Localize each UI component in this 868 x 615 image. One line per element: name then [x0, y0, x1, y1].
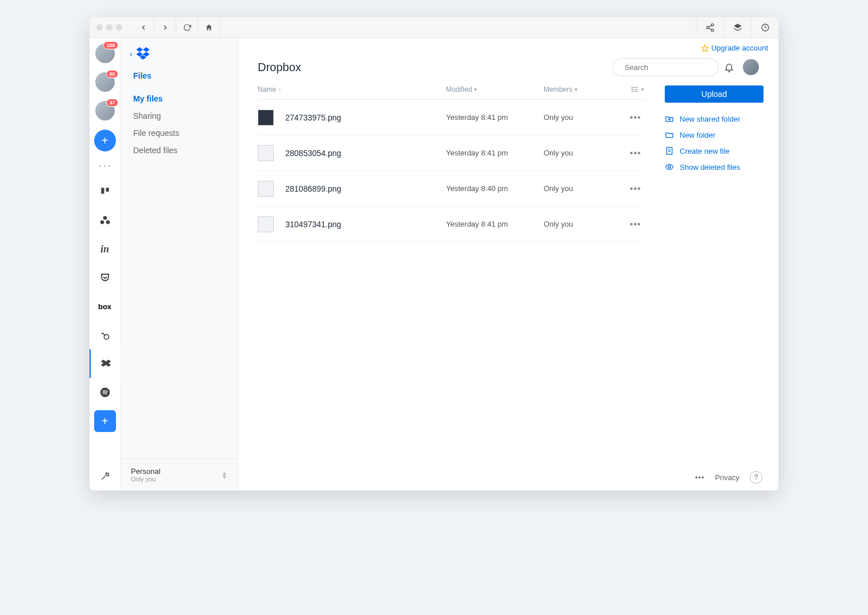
- svg-point-21: [632, 91, 633, 92]
- rail-app-invision[interactable]: in: [90, 235, 121, 263]
- rail-avatar-0[interactable]: 106: [95, 44, 115, 63]
- search-box[interactable]: [613, 58, 719, 76]
- list-view-icon: [631, 85, 639, 94]
- file-modified: Yesterday 8:41 pm: [446, 220, 544, 228]
- svg-point-22: [669, 119, 671, 120]
- sidebar-section-files[interactable]: Files: [121, 65, 238, 84]
- action-show-deleted[interactable]: Show deleted files: [665, 159, 759, 175]
- svg-point-11: [104, 334, 108, 339]
- file-thumbnail: [258, 181, 274, 197]
- svg-line-4: [708, 28, 711, 30]
- rail-app-box[interactable]: box: [90, 292, 121, 321]
- file-more-icon[interactable]: •••: [627, 148, 644, 158]
- footer-more-icon[interactable]: •••: [695, 473, 705, 482]
- rail-app-asana[interactable]: [90, 206, 121, 235]
- titlebar: [90, 17, 778, 38]
- rail-avatar-1[interactable]: 60: [95, 72, 115, 92]
- actions-panel: Upload New shared folder New folder Crea…: [644, 85, 759, 464]
- rail-app-spotify[interactable]: [90, 378, 121, 407]
- sidebar-item-file-requests[interactable]: File requests: [133, 129, 225, 138]
- main: Upgrade account Dropbox Name↑ Modified▾ …: [238, 38, 778, 491]
- sort-up-icon: ↑: [278, 87, 281, 92]
- footer-privacy-link[interactable]: Privacy: [715, 473, 739, 482]
- sidebar-account-switcher[interactable]: Personal Only you ▲▼: [121, 458, 238, 491]
- file-thumbnail: [258, 145, 274, 161]
- star-icon: [701, 44, 709, 52]
- sidebar-back-chevron-icon[interactable]: ‹: [130, 49, 133, 59]
- rail-avatar-2[interactable]: 37: [95, 101, 115, 120]
- badge: 60: [106, 70, 118, 78]
- view-toggle[interactable]: ▾: [631, 85, 644, 94]
- add-app-button[interactable]: +: [94, 410, 116, 432]
- rail-app-dropbox[interactable]: [90, 349, 121, 378]
- svg-rect-6: [101, 188, 104, 194]
- rail-app-pocket[interactable]: [90, 263, 121, 292]
- file-members: Only you: [544, 184, 627, 193]
- file-list: Name↑ Modified▾ Members▾ ▾ 274733975.png…: [258, 85, 644, 464]
- forward-button[interactable]: [154, 17, 176, 38]
- profile-avatar[interactable]: [743, 59, 759, 75]
- svg-point-0: [711, 24, 714, 26]
- badge: 106: [103, 41, 118, 49]
- notifications-bell-icon[interactable]: [719, 62, 739, 72]
- folder-icon: [665, 130, 674, 139]
- col-modified[interactable]: Modified▾: [446, 85, 544, 94]
- file-row[interactable]: 310497341.pngYesterday 8:41 pmOnly you••…: [258, 207, 644, 242]
- file-name: 274733975.png: [285, 113, 446, 122]
- file-row[interactable]: 274733975.pngYesterday 8:41 pmOnly you••…: [258, 100, 644, 135]
- search-input[interactable]: [625, 63, 721, 72]
- file-row[interactable]: 281086899.pngYesterday 8:40 pmOnly you••…: [258, 171, 644, 207]
- sidebar-item-sharing[interactable]: Sharing: [133, 111, 225, 120]
- titlebar-right: [696, 17, 778, 38]
- sidebar-items: My files Sharing File requests Deleted f…: [121, 84, 238, 165]
- svg-point-9: [100, 220, 104, 224]
- back-button[interactable]: [133, 17, 154, 38]
- traffic-minimize[interactable]: [106, 24, 113, 30]
- file-more-icon[interactable]: •••: [627, 112, 644, 123]
- dropbox-logo-icon: [135, 46, 151, 62]
- reload-button[interactable]: [176, 17, 198, 38]
- upgrade-label: Upgrade account: [711, 44, 768, 52]
- col-name[interactable]: Name↑: [258, 85, 446, 94]
- action-new-folder[interactable]: New folder: [665, 127, 759, 143]
- file-more-icon[interactable]: •••: [627, 184, 644, 194]
- add-workspace-button[interactable]: +: [94, 130, 116, 151]
- account-label: Personal: [131, 467, 160, 476]
- rail-pager-dots: [99, 161, 110, 172]
- file-more-icon[interactable]: •••: [627, 219, 644, 229]
- action-create-file[interactable]: Create new file: [665, 143, 759, 159]
- rail-app-trello[interactable]: [90, 177, 121, 206]
- svg-point-19: [632, 87, 633, 88]
- file-icon: [665, 146, 674, 155]
- file-name: 310497341.png: [285, 220, 446, 229]
- svg-rect-7: [106, 188, 108, 192]
- help-button[interactable]: ?: [750, 471, 762, 484]
- file-members: Only you: [544, 113, 627, 122]
- settings-wrench-icon[interactable]: [90, 462, 121, 491]
- svg-point-8: [103, 216, 107, 220]
- sidebar-item-deleted-files[interactable]: Deleted files: [133, 146, 225, 155]
- traffic-close[interactable]: [96, 24, 103, 30]
- account-switcher-updown-icon[interactable]: ▲▼: [222, 471, 227, 479]
- upload-button[interactable]: Upload: [665, 85, 764, 103]
- page-header: Dropbox: [238, 52, 778, 85]
- layers-icon[interactable]: [723, 17, 751, 38]
- share-icon[interactable]: [696, 17, 723, 38]
- rail-app-bonsai[interactable]: [90, 321, 121, 349]
- sidebar-item-my-files[interactable]: My files: [133, 94, 225, 103]
- home-button[interactable]: [198, 17, 220, 38]
- page-title: Dropbox: [258, 61, 613, 74]
- content: Name↑ Modified▾ Members▾ ▾ 274733975.png…: [238, 85, 778, 464]
- svg-point-10: [106, 220, 110, 224]
- file-row[interactable]: 280853054.pngYesterday 8:41 pmOnly you••…: [258, 135, 644, 171]
- action-new-shared-folder[interactable]: New shared folder: [665, 111, 759, 127]
- dropbox-sidebar: ‹ Files My files Sharing File requests D…: [121, 38, 238, 491]
- traffic-zoom[interactable]: [116, 24, 122, 30]
- column-headers: Name↑ Modified▾ Members▾ ▾: [258, 85, 644, 100]
- upgrade-account-link[interactable]: Upgrade account: [238, 38, 778, 52]
- file-members: Only you: [544, 149, 627, 157]
- eye-icon: [665, 162, 674, 172]
- clock-icon[interactable]: [751, 17, 778, 38]
- col-members[interactable]: Members▾: [544, 85, 631, 94]
- svg-line-3: [708, 25, 711, 27]
